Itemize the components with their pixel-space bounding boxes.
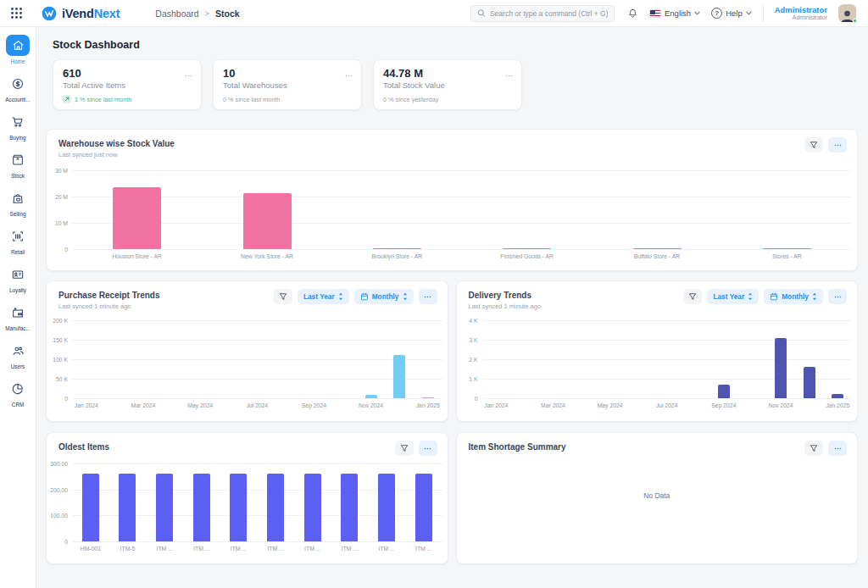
chart-bar[interactable]	[243, 193, 292, 249]
grid-line	[72, 170, 852, 171]
filter-button[interactable]	[274, 289, 292, 304]
period-select[interactable]: Last Year	[298, 289, 349, 304]
filter-button[interactable]	[395, 441, 414, 456]
chart-bar[interactable]	[378, 474, 395, 541]
chart-bar[interactable]	[304, 474, 321, 541]
y-axis-tick: 1 K	[455, 376, 478, 382]
card-menu-button[interactable]	[344, 65, 353, 80]
card-menu-button[interactable]	[504, 65, 514, 80]
brand-logo[interactable]: iVendNext	[42, 6, 120, 21]
chart-bar[interactable]	[373, 248, 421, 249]
sidebar-item-selling[interactable]: Selling	[0, 187, 36, 225]
chart-bar[interactable]	[365, 395, 377, 398]
chart-bar[interactable]	[341, 474, 358, 541]
card-menu-button[interactable]	[419, 289, 437, 304]
y-axis-tick: 20 M	[45, 194, 68, 200]
card-menu-button[interactable]	[828, 137, 847, 153]
search-icon	[477, 8, 486, 18]
granularity-select[interactable]: Monthly	[764, 289, 823, 304]
grid-line	[72, 541, 442, 542]
sidebar-item-manufacturing[interactable]: Manufac...	[0, 302, 36, 340]
sidebar-item-crm[interactable]: CRM	[0, 378, 36, 416]
chart-bar[interactable]	[415, 474, 432, 541]
bottom-row: Oldest Items 300.00200.00100.000HM-001IT…	[46, 432, 858, 564]
sidebar-item-stock[interactable]: Stock	[0, 149, 36, 187]
y-axis-tick: 200 K	[45, 318, 68, 324]
sidebar-item-loyalty[interactable]: Loyalty	[0, 263, 36, 302]
search-input[interactable]	[490, 9, 608, 18]
period-select[interactable]: Last Year	[707, 289, 759, 304]
chart-bar[interactable]	[393, 355, 405, 398]
sidebar-label: Selling	[10, 211, 26, 217]
funnel-icon	[400, 444, 409, 453]
sidebar-item-buying[interactable]: Buying	[0, 111, 36, 149]
x-axis-tick: ITM ...	[415, 546, 431, 552]
card-menu-button[interactable]	[184, 65, 193, 80]
page-title: Stock Dashboard	[53, 39, 858, 51]
sidebar-item-home[interactable]: Home	[0, 35, 36, 73]
filter-button[interactable]	[804, 137, 823, 153]
chart-bar[interactable]	[267, 474, 284, 541]
notifications-bell-icon[interactable]	[627, 8, 638, 19]
sidebar-item-retail[interactable]: Retail	[0, 225, 36, 263]
grid-line	[482, 398, 853, 399]
y-axis-tick: 10 M	[45, 220, 68, 226]
stat-value: 610	[63, 67, 192, 80]
y-axis-tick: 0	[455, 396, 478, 402]
grid-line	[72, 249, 852, 250]
chart-bar[interactable]	[503, 248, 551, 249]
accounting-icon	[6, 73, 30, 94]
card-menu-button[interactable]	[828, 289, 847, 304]
chart-bar[interactable]	[633, 248, 682, 249]
main-content: Stock Dashboard 610 Total Active Items 1…	[36, 27, 868, 588]
chart-bar[interactable]	[113, 187, 161, 249]
trend-up-icon	[63, 95, 71, 103]
breadcrumb-dashboard[interactable]: Dashboard	[155, 8, 198, 19]
x-axis-tick: Jan 2024	[75, 402, 98, 408]
help-menu[interactable]: ? Help	[711, 8, 752, 19]
chart-bar[interactable]	[156, 474, 173, 541]
user-menu[interactable]: Administrator Administrator	[775, 5, 827, 22]
chart-bar[interactable]	[832, 394, 843, 398]
granularity-select[interactable]: Monthly	[354, 289, 414, 304]
home-icon	[6, 35, 30, 56]
grid-line	[72, 197, 852, 197]
chart-bar[interactable]	[193, 474, 210, 541]
chart-bar[interactable]	[718, 385, 730, 398]
x-axis-tick: Nov 2024	[768, 402, 793, 408]
funnel-icon	[810, 444, 818, 453]
language-selector[interactable]: English	[649, 8, 700, 18]
grid-line	[72, 379, 442, 380]
x-axis-tick: New York Store - AR	[241, 253, 293, 259]
card-menu-button[interactable]	[419, 441, 437, 456]
sort-arrows-icon	[403, 292, 408, 301]
stat-value: 44.78 M	[383, 67, 512, 80]
ellipsis-icon	[833, 447, 843, 450]
sidebar-item-accounting[interactable]: Accounti...	[0, 73, 36, 111]
chart-bar[interactable]	[119, 474, 136, 541]
chart-bar[interactable]	[422, 397, 434, 398]
filter-button[interactable]	[804, 441, 823, 456]
chart-bar[interactable]	[230, 474, 247, 541]
breadcrumb-stock[interactable]: Stock	[215, 8, 240, 19]
global-search[interactable]	[470, 5, 615, 22]
chart-bar[interactable]	[82, 474, 99, 541]
app-grid-icon[interactable]	[10, 7, 23, 19]
chart-bar[interactable]	[763, 248, 811, 249]
x-axis-tick: ITM ...	[231, 546, 247, 552]
x-axis-tick: Jul 2024	[656, 402, 678, 408]
sidebar-item-users[interactable]: Users	[0, 340, 36, 378]
x-axis-tick: Finished Goods - AR	[500, 253, 554, 259]
sidebar: Home Accounti... Buying	[0, 27, 36, 588]
purchase-receipt-trends-card: Purchase Receipt Trends Last synced 1 mi…	[46, 280, 448, 422]
chart-bar[interactable]	[775, 338, 787, 398]
card-menu-button[interactable]	[828, 441, 847, 456]
chart-bar[interactable]	[804, 367, 815, 398]
ellipsis-icon	[423, 447, 432, 450]
sort-arrows-icon	[338, 292, 343, 301]
chevron-down-icon	[746, 11, 752, 15]
users-icon	[6, 340, 30, 361]
filter-button[interactable]	[683, 289, 702, 304]
avatar[interactable]	[838, 4, 856, 22]
grid-line	[72, 340, 442, 341]
